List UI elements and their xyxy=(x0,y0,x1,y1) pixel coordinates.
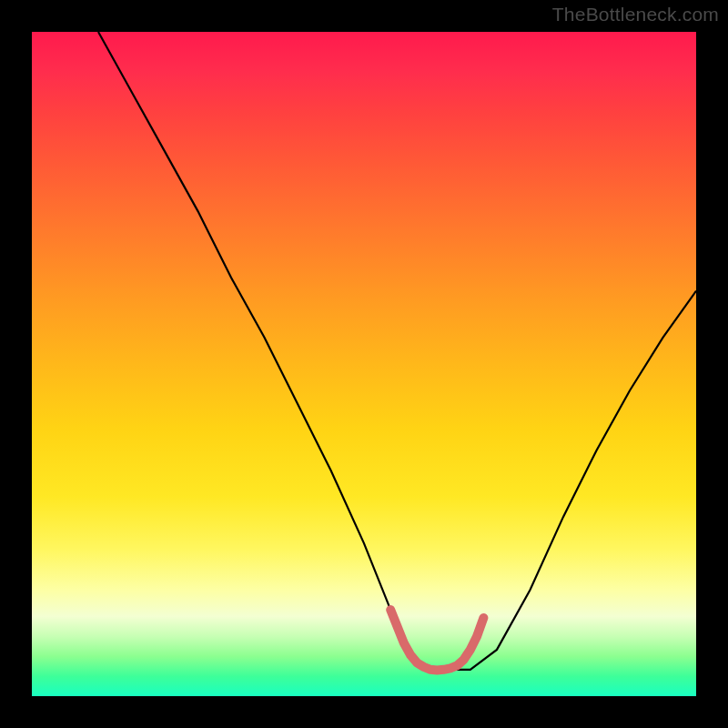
watermark-text: TheBottleneck.com xyxy=(552,4,719,25)
chart-frame: TheBottleneck.com xyxy=(0,0,728,728)
optimal-band-highlight xyxy=(390,610,483,670)
bottleneck-curve xyxy=(98,32,696,670)
plot-lines xyxy=(32,32,696,696)
